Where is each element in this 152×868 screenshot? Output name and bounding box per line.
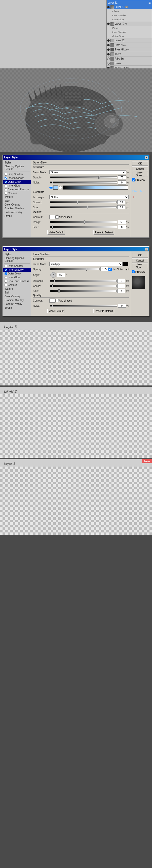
choke-slider[interactable]: [50, 285, 117, 287]
inner-shadow-effect2[interactable]: Inner Shadow: [107, 30, 152, 34]
reset-default-button-2[interactable]: Reset to Default: [93, 309, 114, 313]
sidebar2-pattern-overlay[interactable]: Pattern Overlay: [3, 302, 31, 306]
outer-glow-checkbox[interactable]: [5, 181, 7, 183]
visibility-toggle[interactable]: [107, 44, 110, 46]
bevel-emboss-checkbox[interactable]: [5, 188, 7, 191]
sidebar-outer-glow[interactable]: Outer Glow: [3, 180, 31, 184]
drop-shadow-checkbox[interactable]: [5, 173, 7, 176]
noise-input-2[interactable]: [118, 304, 126, 308]
sidebar-styles[interactable]: Styles: [3, 161, 31, 164]
sidebar-blending-options[interactable]: Blending Options: Default: [3, 164, 31, 171]
layer-item-teeth[interactable]: Teeth: [107, 52, 152, 57]
layer-item-ribsbg[interactable]: Ribs Bg: [107, 57, 152, 61]
choke-thumb[interactable]: [52, 284, 53, 287]
contour-checkbox-2[interactable]: [5, 284, 7, 286]
sidebar2-satin[interactable]: Satin: [3, 291, 31, 294]
layer-item[interactable]: Layer 43 ⛓: [107, 22, 152, 26]
contour-preview[interactable]: [50, 215, 56, 219]
sidebar2-blending-options[interactable]: Blending Options: Default: [3, 256, 31, 263]
visibility-toggle[interactable]: [107, 49, 110, 51]
inner-shadow-checkbox[interactable]: [5, 177, 7, 179]
opacity-input[interactable]: [118, 175, 126, 179]
opacity-slider-2[interactable]: [50, 268, 99, 270]
noise-slider[interactable]: [50, 182, 117, 184]
size-slider-2[interactable]: [50, 290, 117, 292]
noise-thumb[interactable]: [52, 181, 53, 184]
size-input-2[interactable]: [117, 289, 125, 293]
cancel-button[interactable]: Cancel: [132, 166, 148, 171]
size-thumb[interactable]: [87, 206, 88, 209]
jitter-input[interactable]: [118, 225, 126, 229]
gradient-swatch[interactable]: [63, 186, 128, 190]
opacity-input-2[interactable]: [100, 267, 109, 271]
sidebar2-stroke[interactable]: Stroke: [3, 306, 31, 310]
outer-glow-checkbox-2[interactable]: [5, 273, 7, 275]
shadow-color-swatch[interactable]: [123, 262, 128, 266]
outer-glow-effect[interactable]: Outer Glow: [107, 18, 152, 22]
bevel-emboss-checkbox-2[interactable]: [5, 280, 7, 283]
sidebar2-color-overlay[interactable]: Color Overlay: [3, 294, 31, 298]
layers-options[interactable]: ☰: [148, 1, 151, 4]
size-thumb-2[interactable]: [58, 289, 60, 292]
sidebar-stroke[interactable]: Stroke: [3, 214, 31, 218]
layer-item-brain[interactable]: Brain: [107, 61, 152, 66]
glow-color-swatch[interactable]: [53, 186, 58, 190]
blend-mode-select[interactable]: Screen: [50, 170, 126, 174]
sidebar-drop-shadow[interactable]: Drop Shadow: [3, 172, 31, 176]
anti-aliased-checkbox-2[interactable]: [56, 299, 59, 302]
sidebar-texture[interactable]: Texture: [3, 195, 31, 199]
sidebar2-outer-glow[interactable]: Outer Glow: [3, 272, 31, 276]
noise-thumb-2[interactable]: [52, 304, 53, 307]
angle-input[interactable]: [57, 273, 65, 277]
size-slider[interactable]: [50, 206, 117, 208]
inner-glow-checkbox[interactable]: [5, 185, 7, 187]
preview-checkbox-2[interactable]: [132, 270, 135, 273]
distance-input[interactable]: [117, 279, 125, 283]
spread-input[interactable]: [117, 200, 125, 204]
ok-button[interactable]: OK: [132, 161, 148, 166]
opacity-thumb[interactable]: [98, 176, 100, 179]
choke-input[interactable]: [117, 284, 125, 288]
distance-thumb[interactable]: [54, 279, 55, 282]
layer-item[interactable]: Layer 51 fx: [107, 5, 152, 9]
sidebar-inner-glow[interactable]: Inner Glow: [3, 184, 31, 188]
sidebar-contour[interactable]: Contour: [3, 191, 31, 195]
outer-glow-effect2[interactable]: Outer Glow: [107, 34, 152, 38]
solid-color-radio[interactable]: [50, 186, 53, 189]
visibility-toggle[interactable]: [107, 6, 110, 8]
drop-shadow-checkbox-2[interactable]: [5, 265, 7, 267]
visibility-toggle[interactable]: [107, 23, 110, 25]
layer-item[interactable]: Layer 42: [107, 38, 152, 43]
sidebar2-inner-glow[interactable]: Inner Glow: [3, 276, 31, 279]
range-input[interactable]: [118, 220, 126, 224]
visibility-toggle[interactable]: [107, 62, 110, 65]
sidebar-gradient-overlay[interactable]: Gradient Overlay: [3, 207, 31, 210]
contour-preview-2[interactable]: [50, 299, 56, 303]
dialog-close-button[interactable]: ✕: [145, 156, 148, 159]
distance-slider[interactable]: [50, 280, 117, 282]
sidebar-satin[interactable]: Satin: [3, 199, 31, 203]
preview-checkbox[interactable]: [132, 178, 135, 182]
angle-dial[interactable]: [51, 272, 56, 278]
blend-mode-select-2[interactable]: multiply: [50, 262, 123, 266]
reset-default-button[interactable]: Reset to Default: [93, 230, 114, 235]
visibility-toggle[interactable]: [107, 39, 110, 42]
size-input[interactable]: [117, 205, 125, 209]
sidebar2-texture[interactable]: Texture: [3, 287, 31, 291]
opacity-slider[interactable]: [50, 176, 117, 178]
layer-item-eyes[interactable]: Eyes Glow fx: [107, 48, 152, 52]
jitter-thumb[interactable]: [52, 225, 53, 228]
sidebar2-drop-shadow[interactable]: Drop Shadow: [3, 264, 31, 268]
gradient-radio[interactable]: [59, 186, 62, 189]
global-light-checkbox[interactable]: [109, 268, 112, 271]
layer-item-horn[interactable]: Horn Plates: [107, 43, 152, 48]
ok-button-2[interactable]: OK: [132, 253, 148, 257]
anti-aliased-checkbox[interactable]: [56, 215, 59, 219]
visibility-toggle[interactable]: [107, 53, 110, 56]
sidebar2-inner-shadow[interactable]: Inner Shadow: [3, 268, 31, 272]
inner-glow-checkbox-2[interactable]: [5, 276, 7, 279]
sidebar-color-overlay[interactable]: Color Overlay: [3, 203, 31, 207]
range-thumb[interactable]: [84, 220, 85, 223]
new-style-button[interactable]: New Style...: [132, 172, 148, 176]
spread-thumb[interactable]: [77, 201, 78, 204]
